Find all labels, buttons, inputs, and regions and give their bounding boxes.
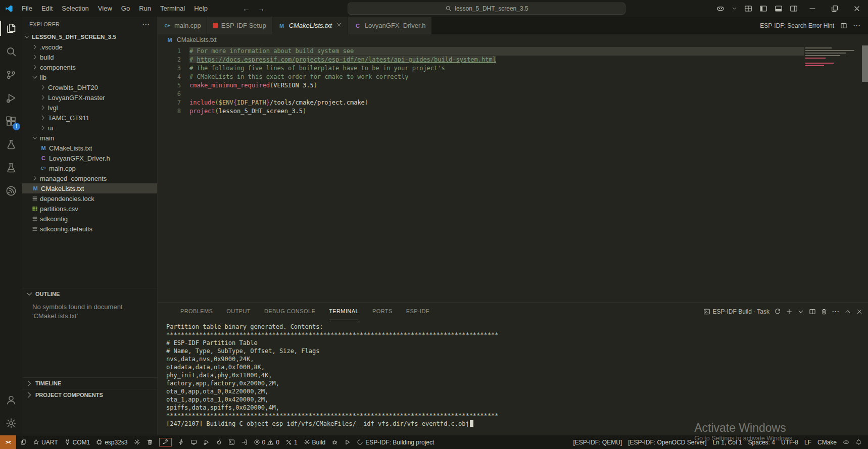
- chevron-up-icon[interactable]: [844, 308, 851, 315]
- split-icon[interactable]: [840, 22, 847, 29]
- tab-cmakelists-txt[interactable]: MCMakeLists.txt: [272, 17, 348, 34]
- activity-accounts[interactable]: [0, 388, 22, 412]
- close-button[interactable]: [846, 0, 868, 17]
- activity-espressif-explorer[interactable]: [0, 179, 22, 203]
- status-new-window[interactable]: [17, 435, 30, 449]
- menu-file[interactable]: File: [17, 0, 37, 17]
- menu-run[interactable]: Run: [134, 0, 156, 17]
- folder-lesson-5-dht-screen-3-5[interactable]: LESSON_5_DHT_SCREEN_3.5: [22, 32, 157, 42]
- plus-icon[interactable]: [786, 308, 793, 315]
- status-build-task[interactable]: Build: [301, 435, 329, 449]
- activity-settings[interactable]: [0, 412, 22, 435]
- status-flash-method[interactable]: UART: [30, 435, 61, 449]
- status-eol[interactable]: LF: [801, 435, 814, 449]
- activity-run-and-debug[interactable]: [0, 86, 22, 110]
- status-qemu[interactable]: [ESP-IDF: QEMU]: [570, 435, 625, 449]
- menu-go[interactable]: Go: [117, 0, 134, 17]
- menu-help[interactable]: Help: [189, 0, 212, 17]
- editor-scrollbar[interactable]: [862, 45, 868, 302]
- status-idf-terminal[interactable]: [225, 435, 238, 449]
- status-device-target[interactable]: esp32s3: [93, 435, 130, 449]
- ellipsis-icon[interactable]: ···: [832, 308, 840, 315]
- file-dependencies-lock[interactable]: dependencies.lock: [22, 193, 157, 204]
- status-tasks[interactable]: 1: [282, 435, 301, 449]
- ellipsis-icon[interactable]: ···: [853, 22, 861, 29]
- menu-view[interactable]: View: [93, 0, 117, 17]
- folder-managed-components[interactable]: managed_components: [22, 173, 157, 183]
- activity-esp-idf-tools[interactable]: [0, 156, 22, 179]
- status-remote[interactable]: ><: [0, 435, 16, 449]
- esp-idf-hint-label[interactable]: ESP-IDF: Search Error Hint: [760, 22, 834, 29]
- panel-tab-problems[interactable]: PROBLEMS: [180, 303, 213, 320]
- folder-build[interactable]: build: [22, 52, 157, 62]
- activity-extensions[interactable]: 1: [0, 110, 22, 133]
- chevron-down-small-icon[interactable]: [797, 308, 804, 315]
- folder-components[interactable]: components: [22, 62, 157, 72]
- file-partitions-csv[interactable]: partitions.csv: [22, 204, 157, 214]
- status-monitor-device[interactable]: [187, 435, 200, 449]
- trash-icon[interactable]: [821, 308, 828, 315]
- menu-selection[interactable]: Selection: [57, 0, 93, 17]
- activity-explorer[interactable]: [0, 17, 22, 40]
- file-cmakelists-txt[interactable]: MCMakeLists.txt: [22, 143, 157, 153]
- menu-terminal[interactable]: Terminal: [156, 0, 189, 17]
- titlebar-action-chevron-down-small[interactable]: [728, 0, 741, 17]
- panel-tab-terminal[interactable]: TERMINAL: [329, 303, 359, 320]
- outline-header[interactable]: OUTLINE: [22, 288, 157, 300]
- panel-tab-ports[interactable]: PORTS: [372, 303, 393, 320]
- folder-main[interactable]: main: [22, 133, 157, 143]
- status-encoding[interactable]: UTF-8: [778, 435, 801, 449]
- back-icon[interactable]: ←: [243, 5, 250, 12]
- panel-tab-output[interactable]: OUTPUT: [226, 303, 251, 320]
- project-components-header[interactable]: PROJECT COMPONENTS: [22, 389, 157, 401]
- close-icon[interactable]: [856, 308, 863, 315]
- status-run-task[interactable]: [341, 435, 354, 449]
- minimize-button[interactable]: [801, 0, 824, 17]
- status-cursor-position[interactable]: Ln 1, Col 1: [710, 435, 745, 449]
- tab-lovyangfx-driver-h[interactable]: CLovyanGFX_Driver.h: [348, 17, 432, 34]
- code-editor[interactable]: 1# For more information about build syst…: [158, 45, 868, 302]
- folder-ui[interactable]: ui: [22, 123, 157, 133]
- terminal-output[interactable]: Partition table binary generated. Conten…: [158, 320, 868, 435]
- forward-icon[interactable]: →: [257, 5, 265, 12]
- refresh-icon[interactable]: [774, 308, 781, 315]
- explorer-more-actions-icon[interactable]: ···: [142, 21, 150, 28]
- titlebar-action-layout-grid[interactable]: [741, 0, 756, 17]
- titlebar-action-copilot[interactable]: [713, 0, 728, 17]
- split-icon[interactable]: [809, 308, 816, 315]
- panel-tab-debug-console[interactable]: DEBUG CONSOLE: [264, 303, 315, 320]
- titlebar-action-layout-panel[interactable]: [771, 0, 786, 17]
- status-serial-port[interactable]: COM1: [61, 435, 93, 449]
- status-indentation[interactable]: Spaces: 4: [745, 435, 778, 449]
- status-language-mode[interactable]: CMake: [814, 435, 840, 449]
- panel-tab-esp-idf[interactable]: ESP-IDF: [406, 303, 429, 320]
- close-icon[interactable]: [336, 22, 342, 29]
- folder-vscode[interactable]: .vscode: [22, 42, 157, 52]
- status-openocd-server[interactable]: [ESP-IDF: OpenOCD Server]: [625, 435, 709, 449]
- folder-lvgl[interactable]: lvgl: [22, 103, 157, 113]
- folder-lovyangfx-master[interactable]: LovyanGFX-master: [22, 92, 157, 103]
- file-sdkconfig[interactable]: sdkconfig: [22, 214, 157, 224]
- activity-testing[interactable]: [0, 133, 22, 156]
- breadcrumb[interactable]: M CMakeLists.txt: [158, 34, 868, 45]
- status-copilot[interactable]: [840, 435, 852, 449]
- terminal-task[interactable]: ESP-IDF Build - Task: [703, 308, 769, 315]
- file-lovyangfx-driver-h[interactable]: CLovyanGFX_Driver.h: [22, 153, 157, 163]
- timeline-header[interactable]: TIMELINE: [22, 378, 157, 389]
- titlebar-action-layout-left[interactable]: [756, 0, 771, 17]
- status-menuconfig[interactable]: [131, 435, 143, 449]
- activity-search[interactable]: [0, 40, 22, 63]
- menu-edit[interactable]: Edit: [37, 0, 57, 17]
- folder-crowbits-dht20[interactable]: Crowbits_DHT20: [22, 82, 157, 92]
- activity-source-control[interactable]: [0, 63, 22, 86]
- status-flash-device[interactable]: [175, 435, 187, 449]
- status-select-port[interactable]: [238, 435, 251, 449]
- file-main-cpp[interactable]: C+main.cpp: [22, 163, 157, 173]
- file-cmakelists-txt[interactable]: MCMakeLists.txt: [22, 183, 157, 193]
- status-building-status[interactable]: ESP-IDF: Building project: [354, 435, 437, 449]
- status-debug-task[interactable]: [328, 435, 341, 449]
- file-sdkconfig-defaults[interactable]: sdkconfig.defaults: [22, 224, 157, 234]
- status-notifications[interactable]: [852, 435, 865, 449]
- status-problems[interactable]: 00: [251, 435, 282, 449]
- maximize-button[interactable]: [824, 0, 846, 17]
